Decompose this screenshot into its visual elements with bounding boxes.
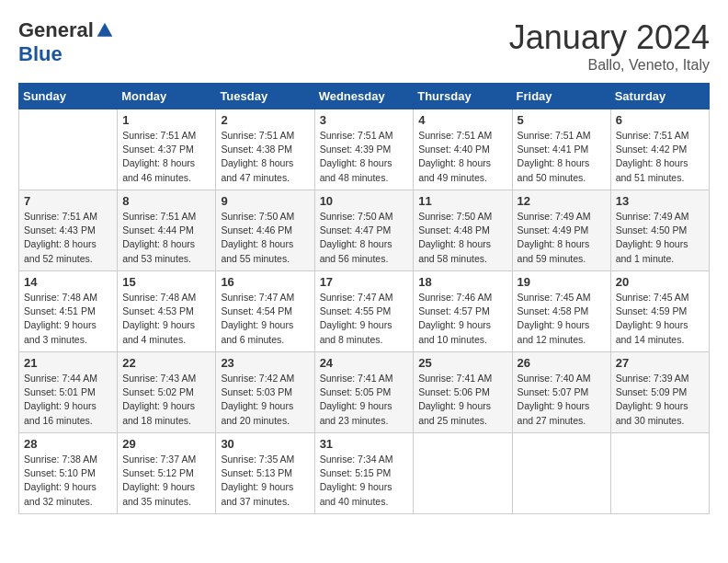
day-info: Sunrise: 7:50 AM Sunset: 4:46 PM Dayligh… [221,210,309,266]
day-number: 6 [616,113,704,127]
weekday-header-wednesday: Wednesday [314,84,414,109]
day-number: 14 [24,275,112,289]
day-info: Sunrise: 7:46 AM Sunset: 4:57 PM Dayligh… [418,291,506,347]
day-number: 13 [616,194,704,208]
day-number: 18 [418,275,506,289]
day-info: Sunrise: 7:43 AM Sunset: 5:02 PM Dayligh… [122,372,210,428]
day-number: 11 [418,194,506,208]
calendar-cell: 22Sunrise: 7:43 AM Sunset: 5:02 PM Dayli… [118,352,216,433]
day-info: Sunrise: 7:48 AM Sunset: 4:53 PM Dayligh… [122,291,210,347]
calendar-cell: 7Sunrise: 7:51 AM Sunset: 4:43 PM Daylig… [19,190,118,271]
calendar-cell [610,433,709,514]
day-number: 7 [24,194,112,208]
day-info: Sunrise: 7:49 AM Sunset: 4:50 PM Dayligh… [616,210,704,266]
day-number: 25 [418,356,506,370]
calendar-cell: 23Sunrise: 7:42 AM Sunset: 5:03 PM Dayli… [216,352,314,433]
calendar-cell: 6Sunrise: 7:51 AM Sunset: 4:42 PM Daylig… [610,109,709,190]
day-info: Sunrise: 7:47 AM Sunset: 4:55 PM Dayligh… [320,291,409,347]
logo-icon [96,21,114,40]
page-header: General Blue January 2024 Ballo, Veneto,… [18,18,710,74]
calendar-week-1: 1Sunrise: 7:51 AM Sunset: 4:37 PM Daylig… [19,109,710,190]
calendar-cell: 8Sunrise: 7:51 AM Sunset: 4:44 PM Daylig… [118,190,216,271]
day-number: 20 [616,275,704,289]
calendar-week-4: 21Sunrise: 7:44 AM Sunset: 5:01 PM Dayli… [19,352,710,433]
calendar-cell: 1Sunrise: 7:51 AM Sunset: 4:37 PM Daylig… [118,109,216,190]
calendar-cell: 15Sunrise: 7:48 AM Sunset: 4:53 PM Dayli… [118,271,216,352]
calendar-cell: 17Sunrise: 7:47 AM Sunset: 4:55 PM Dayli… [314,271,414,352]
day-info: Sunrise: 7:38 AM Sunset: 5:10 PM Dayligh… [24,453,112,509]
weekday-header-saturday: Saturday [610,84,709,109]
weekday-header-sunday: Sunday [19,84,118,109]
calendar-cell: 9Sunrise: 7:50 AM Sunset: 4:46 PM Daylig… [216,190,314,271]
day-number: 24 [320,356,409,370]
day-number: 23 [221,356,309,370]
day-number: 21 [24,356,112,370]
day-info: Sunrise: 7:35 AM Sunset: 5:13 PM Dayligh… [221,453,309,509]
day-info: Sunrise: 7:50 AM Sunset: 4:47 PM Dayligh… [320,210,409,266]
calendar-cell: 31Sunrise: 7:34 AM Sunset: 5:15 PM Dayli… [314,433,414,514]
day-number: 2 [221,113,309,127]
day-number: 16 [221,275,309,289]
calendar-week-3: 14Sunrise: 7:48 AM Sunset: 4:51 PM Dayli… [19,271,710,352]
day-number: 29 [122,437,210,451]
calendar-cell [414,433,512,514]
day-info: Sunrise: 7:51 AM Sunset: 4:38 PM Dayligh… [221,129,309,185]
day-number: 28 [24,437,112,451]
day-number: 31 [320,437,409,451]
day-info: Sunrise: 7:47 AM Sunset: 4:54 PM Dayligh… [221,291,309,347]
day-number: 3 [320,113,409,127]
day-info: Sunrise: 7:49 AM Sunset: 4:49 PM Dayligh… [518,210,606,266]
calendar-cell: 14Sunrise: 7:48 AM Sunset: 4:51 PM Dayli… [19,271,118,352]
calendar-cell: 29Sunrise: 7:37 AM Sunset: 5:12 PM Dayli… [118,433,216,514]
weekday-header-thursday: Thursday [414,84,512,109]
day-info: Sunrise: 7:51 AM Sunset: 4:44 PM Dayligh… [122,210,210,266]
calendar-cell: 24Sunrise: 7:41 AM Sunset: 5:05 PM Dayli… [314,352,414,433]
day-info: Sunrise: 7:34 AM Sunset: 5:15 PM Dayligh… [320,453,409,509]
calendar-cell: 13Sunrise: 7:49 AM Sunset: 4:50 PM Dayli… [610,190,709,271]
day-number: 5 [518,113,606,127]
day-info: Sunrise: 7:41 AM Sunset: 5:05 PM Dayligh… [320,372,409,428]
calendar-cell: 12Sunrise: 7:49 AM Sunset: 4:49 PM Dayli… [512,190,610,271]
day-number: 4 [418,113,506,127]
calendar-cell: 25Sunrise: 7:41 AM Sunset: 5:06 PM Dayli… [414,352,512,433]
calendar-cell: 4Sunrise: 7:51 AM Sunset: 4:40 PM Daylig… [414,109,512,190]
day-info: Sunrise: 7:39 AM Sunset: 5:09 PM Dayligh… [616,372,704,428]
day-info: Sunrise: 7:44 AM Sunset: 5:01 PM Dayligh… [24,372,112,428]
day-number: 12 [518,194,606,208]
calendar-cell: 2Sunrise: 7:51 AM Sunset: 4:38 PM Daylig… [216,109,314,190]
logo: General Blue [18,18,114,66]
day-number: 17 [320,275,409,289]
calendar-cell: 27Sunrise: 7:39 AM Sunset: 5:09 PM Dayli… [610,352,709,433]
day-number: 15 [122,275,210,289]
day-info: Sunrise: 7:45 AM Sunset: 4:59 PM Dayligh… [616,291,704,347]
day-info: Sunrise: 7:42 AM Sunset: 5:03 PM Dayligh… [221,372,309,428]
day-info: Sunrise: 7:40 AM Sunset: 5:07 PM Dayligh… [518,372,606,428]
calendar-cell: 10Sunrise: 7:50 AM Sunset: 4:47 PM Dayli… [314,190,414,271]
day-number: 26 [518,356,606,370]
weekday-header-monday: Monday [118,84,216,109]
calendar-cell [19,109,118,190]
calendar-cell: 5Sunrise: 7:51 AM Sunset: 4:41 PM Daylig… [512,109,610,190]
calendar-cell: 28Sunrise: 7:38 AM Sunset: 5:10 PM Dayli… [19,433,118,514]
weekday-header-friday: Friday [512,84,610,109]
calendar-cell [512,433,610,514]
day-info: Sunrise: 7:45 AM Sunset: 4:58 PM Dayligh… [518,291,606,347]
calendar-cell: 16Sunrise: 7:47 AM Sunset: 4:54 PM Dayli… [216,271,314,352]
calendar-week-2: 7Sunrise: 7:51 AM Sunset: 4:43 PM Daylig… [19,190,710,271]
day-info: Sunrise: 7:50 AM Sunset: 4:48 PM Dayligh… [418,210,506,266]
day-info: Sunrise: 7:41 AM Sunset: 5:06 PM Dayligh… [418,372,506,428]
calendar-cell: 18Sunrise: 7:46 AM Sunset: 4:57 PM Dayli… [414,271,512,352]
day-info: Sunrise: 7:51 AM Sunset: 4:43 PM Dayligh… [24,210,112,266]
day-number: 8 [122,194,210,208]
day-number: 30 [221,437,309,451]
calendar-cell: 19Sunrise: 7:45 AM Sunset: 4:58 PM Dayli… [512,271,610,352]
calendar-cell: 21Sunrise: 7:44 AM Sunset: 5:01 PM Dayli… [19,352,118,433]
svg-marker-0 [97,23,113,37]
calendar-header-row: SundayMondayTuesdayWednesdayThursdayFrid… [19,84,710,109]
day-info: Sunrise: 7:37 AM Sunset: 5:12 PM Dayligh… [122,453,210,509]
calendar-cell: 30Sunrise: 7:35 AM Sunset: 5:13 PM Dayli… [216,433,314,514]
day-info: Sunrise: 7:48 AM Sunset: 4:51 PM Dayligh… [24,291,112,347]
calendar-cell: 3Sunrise: 7:51 AM Sunset: 4:39 PM Daylig… [314,109,414,190]
day-info: Sunrise: 7:51 AM Sunset: 4:41 PM Dayligh… [518,129,606,185]
day-number: 22 [122,356,210,370]
